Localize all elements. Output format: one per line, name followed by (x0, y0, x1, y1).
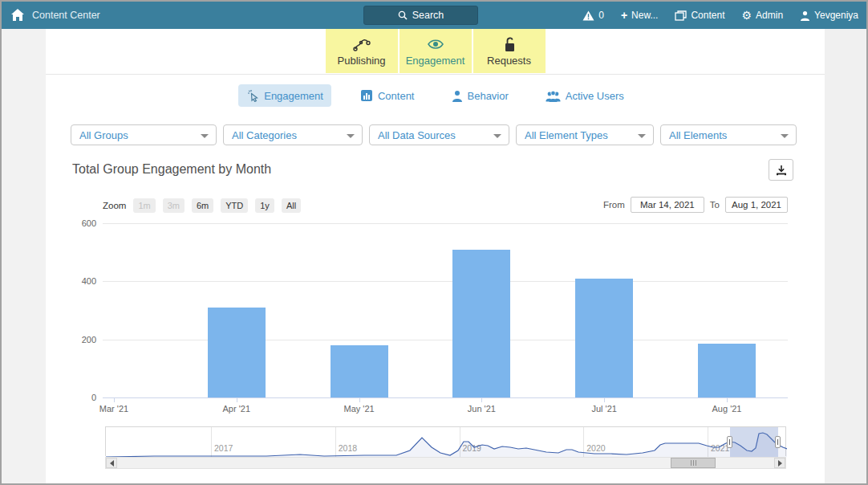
y-axis-label: 0 (56, 393, 96, 402)
x-axis-line (103, 397, 788, 398)
bar-chart-plot: 0200400600Mar '21Apr '21May '21Jun '21Ju… (46, 29, 825, 483)
app-window: Content Center Search 0 + New... Content… (0, 0, 868, 485)
x-axis-label: Mar '21 (82, 404, 146, 414)
x-axis-label: Aug '21 (695, 404, 759, 414)
search-button-label: Search (412, 10, 444, 21)
content-card: Publishing Engagement Requests Engagemen… (46, 29, 825, 483)
new-button-label: New... (631, 10, 658, 21)
warning-icon (582, 10, 594, 21)
search-button[interactable]: Search (363, 6, 478, 25)
chart-bar[interactable] (331, 345, 388, 397)
alerts-button[interactable]: 0 (582, 10, 604, 21)
y-axis-label: 600 (56, 218, 96, 228)
arrow-right-icon (778, 460, 782, 467)
user-menu-button[interactable]: Yevgeniya (800, 10, 858, 21)
content-menu-button[interactable]: Content (675, 10, 724, 21)
scrollbar-left-arrow[interactable] (106, 458, 117, 468)
admin-menu-label: Admin (756, 10, 783, 21)
navigator-series (106, 427, 787, 457)
y-gridline (103, 340, 788, 340)
search-icon (398, 10, 408, 20)
gear-icon: ⚙ (741, 10, 752, 21)
y-axis-label: 400 (56, 276, 96, 286)
plus-icon: + (621, 10, 627, 21)
admin-menu-button[interactable]: ⚙ Admin (741, 10, 783, 21)
new-button[interactable]: + New... (621, 10, 659, 21)
left-gutter (2, 29, 46, 483)
scrollbar-thumb[interactable] (671, 458, 716, 468)
y-axis-label: 200 (56, 335, 96, 344)
scrollbar-right-arrow[interactable] (774, 458, 785, 468)
y-gridline (103, 223, 788, 224)
user-name: Yevgeniya (814, 10, 858, 21)
chart-navigator[interactable]: 20172018201920202021 (105, 426, 786, 456)
chart-bar[interactable] (452, 250, 510, 397)
x-axis-label: Jun '21 (449, 404, 513, 414)
right-gutter (825, 29, 866, 483)
navigator-left-handle[interactable] (727, 436, 732, 448)
topbar: Content Center Search 0 + New... Content… (2, 2, 866, 29)
user-icon (800, 10, 810, 21)
arrow-left-icon (110, 460, 114, 467)
chart-scrollbar[interactable] (105, 457, 786, 469)
x-axis-label: May '21 (327, 404, 391, 414)
window-icon (675, 10, 687, 21)
y-gridline (103, 281, 788, 282)
alerts-count: 0 (598, 10, 604, 21)
topbar-right: 0 + New... Content ⚙ Admin Yevgeniya (582, 2, 858, 29)
home-icon[interactable] (10, 8, 25, 22)
grip-icon (693, 460, 694, 466)
chart-bar[interactable] (208, 308, 266, 397)
navigator-selection[interactable] (730, 427, 778, 457)
chart-bar[interactable] (575, 279, 633, 397)
x-axis-label: Apr '21 (205, 404, 269, 414)
app-title: Content Center (32, 2, 100, 29)
content-menu-label: Content (691, 10, 724, 21)
chart-bar[interactable] (698, 344, 756, 397)
navigator-right-handle[interactable] (775, 436, 781, 448)
x-axis-label: Jul '21 (572, 404, 636, 414)
